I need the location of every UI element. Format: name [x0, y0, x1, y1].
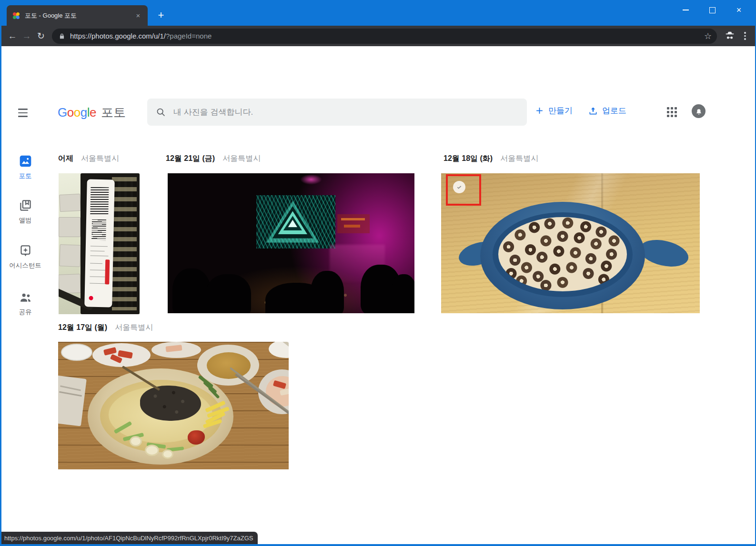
logo-letter: o	[74, 105, 81, 120]
section-header: 12월 21일 (금) 서울특별시	[166, 154, 261, 164]
search-input[interactable]	[173, 108, 518, 117]
photo-thumbnail-noodles[interactable]	[58, 342, 289, 469]
section-date[interactable]: 12월 17일 (월)	[58, 323, 107, 333]
assistant-icon	[19, 244, 32, 257]
notifications-bell-icon[interactable]	[692, 104, 706, 118]
google-photos-favicon-icon	[12, 12, 20, 20]
sidebar-label: 공유	[19, 308, 32, 317]
sidebar-item-sharing[interactable]: 공유	[1, 291, 49, 317]
forward-button[interactable]: →	[20, 29, 34, 43]
upload-button[interactable]: 업로드	[588, 105, 626, 116]
back-button[interactable]: ←	[5, 29, 20, 43]
close-window-button[interactable]: ×	[726, 0, 752, 20]
minimize-button[interactable]	[672, 0, 699, 20]
section-location[interactable]: 서울특별시	[81, 154, 119, 164]
lock-icon	[59, 33, 65, 40]
main-menu-icon[interactable]	[16, 106, 30, 119]
google-apps-icon[interactable]	[667, 107, 677, 117]
browser-menu-icon[interactable]	[739, 30, 751, 42]
create-button[interactable]: 만들기	[535, 105, 573, 116]
sidebar-item-assistant[interactable]: 어시스턴트	[1, 244, 49, 270]
url-text: https://photos.google.com/u/1/	[70, 32, 166, 40]
section-date[interactable]: 12월 18일 (화)	[444, 154, 493, 164]
search-icon	[156, 107, 166, 117]
logo-product-label: 포토	[101, 104, 126, 121]
window-border	[0, 544, 756, 546]
photo-thumbnail-router-label[interactable]	[59, 173, 140, 314]
tab-close-icon[interactable]: ×	[133, 11, 143, 20]
section-header: 12월 18일 (화) 서울특별시	[444, 154, 538, 164]
sidebar-label: 포토	[19, 172, 32, 180]
photos-icon	[19, 155, 32, 168]
sidebar-item-albums[interactable]: 앨범	[1, 199, 49, 225]
annotation-highlight-box	[446, 174, 481, 206]
browser-tab[interactable]: 포토 - Google 포토 ×	[7, 5, 148, 26]
logo-letter: e	[90, 105, 96, 120]
photo-thumbnail-cereal[interactable]	[441, 173, 700, 313]
section-location[interactable]: 서울특별시	[500, 154, 538, 164]
section-header: 어제 서울특별시	[58, 154, 119, 164]
logo-letter: G	[58, 105, 67, 120]
reload-button[interactable]: ↻	[34, 29, 48, 43]
status-bar-url: https://photos.google.com/u/1/photo/AF1Q…	[1, 532, 258, 544]
sidebar-label: 어시스턴트	[9, 261, 41, 270]
sidebar-item-photos[interactable]: 포토	[1, 155, 49, 180]
create-label: 만들기	[548, 105, 573, 116]
window-titlebar: 포토 - Google 포토 × + ×	[0, 0, 756, 26]
incognito-icon	[724, 30, 736, 42]
browser-toolbar: ← → ↻ https://photos.google.com/u/1/?pag…	[1, 26, 755, 46]
maximize-button[interactable]	[699, 0, 726, 20]
window-border	[0, 26, 1, 546]
sidebar-label: 앨범	[19, 216, 32, 225]
new-tab-button[interactable]: +	[154, 9, 168, 22]
logo-letter: o	[67, 105, 74, 120]
logo-letter: g	[81, 105, 87, 120]
sharing-icon	[19, 291, 32, 304]
address-bar[interactable]: https://photos.google.com/u/1/?pageId=no…	[52, 29, 717, 44]
bookmark-star-icon[interactable]: ☆	[702, 30, 714, 42]
albums-icon	[19, 199, 32, 212]
upload-label: 업로드	[602, 105, 626, 116]
photo-thumbnail-concert[interactable]	[168, 173, 414, 313]
plus-icon	[535, 106, 544, 115]
section-location[interactable]: 서울특별시	[115, 323, 153, 333]
url-query-text: ?pageId=none	[166, 32, 212, 40]
tab-title: 포토 - Google 포토	[25, 11, 133, 20]
section-location[interactable]: 서울특별시	[222, 154, 261, 164]
google-photos-page: G o o g l e 포토 만들기 업로드 포토	[1, 46, 755, 544]
section-header: 12월 17일 (월) 서울특별시	[58, 323, 153, 333]
section-date[interactable]: 12월 21일 (금)	[166, 154, 215, 164]
section-date[interactable]: 어제	[58, 154, 73, 164]
search-bar[interactable]	[147, 99, 527, 126]
upload-icon	[588, 106, 598, 116]
google-photos-logo[interactable]: G o o g l e 포토	[58, 104, 126, 121]
